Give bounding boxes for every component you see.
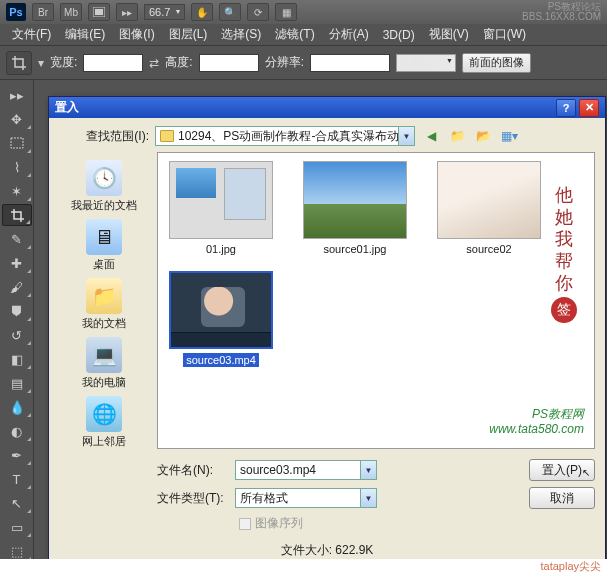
history-brush-tool[interactable]: ↺ <box>2 324 32 346</box>
height-label: 高度: <box>165 54 192 71</box>
unit-select[interactable]: 像素/… <box>396 54 456 72</box>
place-mycomputer[interactable]: 💻 我的电脑 <box>82 337 126 390</box>
stamp-tool[interactable]: ⛊ <box>2 300 32 322</box>
menu-filter[interactable]: 滤镜(T) <box>269 24 320 45</box>
resolution-input[interactable] <box>310 54 390 72</box>
rotate-view-shortcut[interactable]: ⟳ <box>247 3 269 21</box>
height-input[interactable] <box>199 54 259 72</box>
lookin-label: 查找范围(I): <box>59 128 149 145</box>
gradient-tool[interactable]: ▤ <box>2 372 32 394</box>
place-recent[interactable]: 🕓 我最近的文档 <box>71 160 137 213</box>
brush-tool[interactable]: 🖌 <box>2 276 32 298</box>
image-sequence-checkbox <box>239 518 251 530</box>
up-icon[interactable]: 📁 <box>447 126 467 146</box>
screen-mode-button[interactable] <box>88 3 110 21</box>
swap-icon[interactable]: ⇄ <box>149 56 159 70</box>
file-list[interactable]: 01.jpg source01.jpg source02 source03.mp… <box>157 152 595 449</box>
dodge-tool[interactable]: ◐ <box>2 420 32 442</box>
toolbox: ▸▸ ✥ ⌇ ✶ ✎ ✚ 🖌 ⛊ ↺ ◧ ▤ 💧 ◐ ✒ T ↖ ▭ ⬚ <box>0 80 34 566</box>
place-network[interactable]: 🌐 网上邻居 <box>82 396 126 449</box>
back-icon[interactable]: ◀ <box>421 126 441 146</box>
lookin-combo[interactable]: 10294、PS动画制作教程-合成真实瀑布动 ▼ <box>155 126 415 146</box>
svg-rect-1 <box>95 9 103 15</box>
file-thumb[interactable]: source01.jpg <box>300 161 410 255</box>
decorative-stamp: 他 她 我 帮 你 签 <box>544 183 584 343</box>
place-button[interactable]: 置入(P)↖ <box>529 459 595 481</box>
file-thumb-selected[interactable]: source03.mp4 <box>166 271 276 367</box>
chevron-down-icon[interactable]: ▼ <box>398 127 414 145</box>
menu-edit[interactable]: 编辑(E) <box>59 24 111 45</box>
shape-tool[interactable]: ▭ <box>2 516 32 538</box>
recent-icon: 🕓 <box>86 160 122 196</box>
eyedropper-tool[interactable]: ✎ <box>2 228 32 250</box>
documents-icon: 📁 <box>86 278 122 314</box>
crop-tool-icon[interactable] <box>6 51 32 75</box>
places-bar: 🕓 我最近的文档 🖥 桌面 📁 我的文档 💻 我的电脑 🌐 网上邻 <box>59 152 149 449</box>
file-thumb[interactable]: 01.jpg <box>166 161 276 255</box>
healing-tool[interactable]: ✚ <box>2 252 32 274</box>
place-dialog: 置入 ? ✕ 查找范围(I): 10294、PS动画制作教程-合成真实瀑布动 ▼… <box>48 96 606 572</box>
dialog-titlebar[interactable]: 置入 ? ✕ <box>49 97 605 118</box>
path-select-tool[interactable]: ↖ <box>2 492 32 514</box>
menu-window[interactable]: 窗口(W) <box>477 24 532 45</box>
lookin-value: 10294、PS动画制作教程-合成真实瀑布动 <box>178 128 410 145</box>
app-titlebar: Ps Br Mb ▸▸ 66.7 ✋ 🔍 ⟳ ▦ PS教程论坛 BBS.16XX… <box>0 0 607 24</box>
forum-watermark: PS教程论坛 BBS.16XX8.COM <box>522 2 601 22</box>
cancel-button[interactable]: 取消 <box>529 487 595 509</box>
quick-select-tool[interactable]: ✶ <box>2 180 32 202</box>
network-icon: 🌐 <box>86 396 122 432</box>
close-button[interactable]: ✕ <box>579 99 599 117</box>
menu-bar: 文件(F) 编辑(E) 图像(I) 图层(L) 选择(S) 滤镜(T) 分析(A… <box>0 24 607 46</box>
menu-analysis[interactable]: 分析(A) <box>323 24 375 45</box>
svg-rect-2 <box>11 138 23 148</box>
file-thumb[interactable]: source02 <box>434 161 544 255</box>
ps-logo: Ps <box>6 3 26 21</box>
menu-select[interactable]: 选择(S) <box>215 24 267 45</box>
dialog-title-text: 置入 <box>55 99 79 116</box>
pen-tool[interactable]: ✒ <box>2 444 32 466</box>
menu-image[interactable]: 图像(I) <box>113 24 160 45</box>
filename-value: source03.mp4 <box>240 463 372 477</box>
filetype-value: 所有格式 <box>240 490 372 507</box>
menu-view[interactable]: 视图(V) <box>423 24 475 45</box>
view-menu-icon[interactable]: ▦▾ <box>499 126 519 146</box>
menu-3d[interactable]: 3D(D) <box>377 26 421 44</box>
chevron-down-icon[interactable]: ▼ <box>360 489 376 507</box>
zoom-tool-shortcut[interactable]: 🔍 <box>219 3 241 21</box>
folder-icon <box>160 130 174 142</box>
zoom-select[interactable]: 66.7 <box>144 4 185 20</box>
place-desktop[interactable]: 🖥 桌面 <box>86 219 122 272</box>
place-mydocs[interactable]: 📁 我的文档 <box>82 278 126 331</box>
arrange-button[interactable]: ▸▸ <box>116 3 138 21</box>
hand-tool-shortcut[interactable]: ✋ <box>191 3 213 21</box>
image-sequence-label: 图像序列 <box>255 515 303 532</box>
filename-combo[interactable]: source03.mp4 ▼ <box>235 460 377 480</box>
mb-button[interactable]: Mb <box>60 3 82 21</box>
eraser-tool[interactable]: ◧ <box>2 348 32 370</box>
options-bar: ▾ 宽度: ⇄ 高度: 分辨率: 像素/… 前面的图像 <box>0 46 607 80</box>
crop-tool[interactable] <box>2 204 32 226</box>
collapse-icon[interactable]: ▸▸ <box>2 84 32 106</box>
width-input[interactable] <box>83 54 143 72</box>
blur-tool[interactable]: 💧 <box>2 396 32 418</box>
front-image-button[interactable]: 前面的图像 <box>462 53 531 73</box>
cursor-icon: ↖ <box>582 467 590 478</box>
filetype-label: 文件类型(T): <box>157 490 225 507</box>
computer-icon: 💻 <box>86 337 122 373</box>
extras-button[interactable]: ▦ <box>275 3 297 21</box>
type-tool[interactable]: T <box>2 468 32 490</box>
br-button[interactable]: Br <box>32 3 54 21</box>
menu-file[interactable]: 文件(F) <box>6 24 57 45</box>
filename-label: 文件名(N): <box>157 462 225 479</box>
page-credit: tataplay尖尖 <box>0 559 607 573</box>
filetype-combo[interactable]: 所有格式 ▼ <box>235 488 377 508</box>
marquee-tool[interactable] <box>2 132 32 154</box>
move-tool[interactable]: ✥ <box>2 108 32 130</box>
new-folder-icon[interactable]: 📂 <box>473 126 493 146</box>
site-watermark: PS教程网 www.tata580.com <box>489 407 584 438</box>
chevron-down-icon[interactable]: ▼ <box>360 461 376 479</box>
lasso-tool[interactable]: ⌇ <box>2 156 32 178</box>
menu-layer[interactable]: 图层(L) <box>163 24 214 45</box>
help-button[interactable]: ? <box>556 99 576 117</box>
width-label: 宽度: <box>50 54 77 71</box>
